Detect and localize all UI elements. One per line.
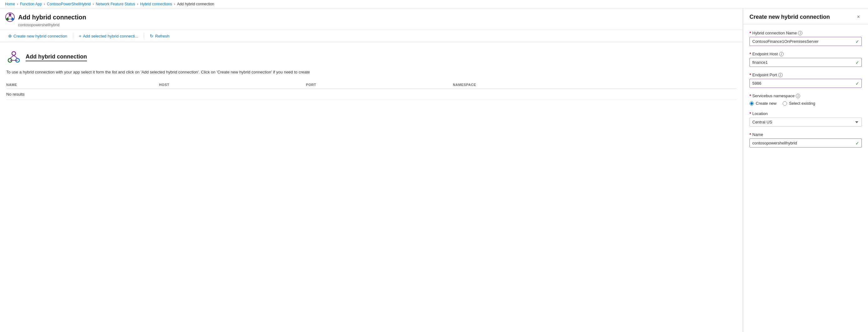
page-header: Add hybrid connection contosopowershellh… xyxy=(0,8,743,30)
no-results-text: No results xyxy=(6,88,736,100)
endpoint-host-info-icon[interactable]: i xyxy=(779,52,783,56)
add-selected-icon: + xyxy=(79,33,81,38)
servicebus-radio-group: Create new Select existing xyxy=(749,101,862,105)
endpoint-host-input-wrapper: ✓ xyxy=(749,58,862,67)
endpoint-port-input-wrapper: ✓ xyxy=(749,79,862,88)
col-namespace: NAMESPACE xyxy=(453,81,736,89)
breadcrumb: Home › Function App › ContosoPowerShellH… xyxy=(0,0,868,8)
col-port: PORT xyxy=(306,81,453,89)
breadcrumb-sep-1: › xyxy=(17,2,18,6)
svg-line-5 xyxy=(10,16,12,18)
col-name: NAME xyxy=(6,81,159,89)
breadcrumb-network-feature[interactable]: Network Feature Status xyxy=(96,2,135,6)
create-new-btn[interactable]: ⊕ Create new hybrid connection xyxy=(5,32,70,40)
svg-line-11 xyxy=(14,55,18,58)
required-star-2: * xyxy=(749,52,751,56)
content-icon xyxy=(6,50,21,65)
endpoint-port-input[interactable] xyxy=(749,79,862,88)
svg-point-1 xyxy=(9,13,11,16)
connection-name-input-wrapper: ✓ xyxy=(749,37,862,46)
add-selected-btn[interactable]: + Add selected hybrid connecti... xyxy=(76,32,141,40)
servicebus-create-new-label: Create new xyxy=(756,101,776,105)
name-input[interactable] xyxy=(749,139,862,148)
servicebus-create-new-radio[interactable] xyxy=(749,101,754,105)
function-app-icon xyxy=(5,12,15,22)
refresh-label: Refresh xyxy=(155,34,169,38)
table-header-row: NAME HOST PORT NAMESPACE xyxy=(6,81,736,89)
refresh-icon: ↻ xyxy=(150,33,154,38)
refresh-btn[interactable]: ↻ Refresh xyxy=(147,32,173,40)
page-title: Add hybrid connection xyxy=(18,14,86,21)
data-table: NAME HOST PORT NAMESPACE No results xyxy=(6,81,736,100)
svg-line-10 xyxy=(10,55,14,58)
location-group: * Location Central US East US West US No… xyxy=(749,111,862,127)
name-input-wrapper: ✓ xyxy=(749,139,862,148)
breadcrumb-sep-4: › xyxy=(137,2,138,6)
left-panel: Add hybrid connection contosopowershellh… xyxy=(0,8,743,332)
endpoint-port-group: * Endpoint Port i ✓ xyxy=(749,72,862,88)
breadcrumb-sep-5: › xyxy=(174,2,175,6)
panel-title: Create new hybrid connection xyxy=(749,14,830,20)
servicebus-select-existing-radio[interactable] xyxy=(783,101,787,105)
svg-point-7 xyxy=(12,52,16,55)
location-label: * Location xyxy=(749,111,862,116)
required-star-1: * xyxy=(749,31,751,35)
breadcrumb-sep-3: › xyxy=(93,2,94,6)
panel-body: * Hybrid connection Name i ✓ * Endpoint … xyxy=(743,24,868,154)
location-select[interactable]: Central US East US West US North Europe … xyxy=(749,118,862,127)
create-new-label: Create new hybrid connection xyxy=(13,34,67,38)
required-star-3: * xyxy=(749,72,751,77)
connection-name-input[interactable] xyxy=(749,37,862,46)
required-star-6: * xyxy=(749,132,751,137)
servicebus-select-existing-label: Select existing xyxy=(789,101,815,105)
servicebus-select-existing-option[interactable]: Select existing xyxy=(783,101,815,105)
required-star-5: * xyxy=(749,111,751,116)
endpoint-port-label: * Endpoint Port i xyxy=(749,72,862,77)
breadcrumb-contoso[interactable]: ContosoPowerShellHybrid xyxy=(47,2,91,6)
endpoint-port-info-icon[interactable]: i xyxy=(778,73,783,77)
name-group: * Name ✓ xyxy=(749,132,862,148)
breadcrumb-function-app[interactable]: Function App xyxy=(20,2,42,6)
toolbar-sep-2 xyxy=(144,33,144,39)
panel-header: Create new hybrid connection × xyxy=(743,8,868,24)
endpoint-host-group: * Endpoint Host i ✓ xyxy=(749,52,862,67)
toolbar: ⊕ Create new hybrid connection + Add sel… xyxy=(0,30,743,42)
endpoint-host-label: * Endpoint Host i xyxy=(749,52,862,56)
add-selected-label: Add selected hybrid connecti... xyxy=(83,34,138,38)
required-star-4: * xyxy=(749,93,751,98)
right-panel: Create new hybrid connection × * Hybrid … xyxy=(743,8,868,332)
content-header: Add hybrid connection xyxy=(6,50,736,65)
content-title: Add hybrid connection xyxy=(26,54,87,61)
content-area: Add hybrid connection To use a hybrid co… xyxy=(0,42,743,332)
close-panel-button[interactable]: × xyxy=(855,13,862,20)
servicebus-info-icon[interactable]: i xyxy=(796,94,800,98)
breadcrumb-home[interactable]: Home xyxy=(5,2,15,6)
breadcrumb-hybrid-connections[interactable]: Hybrid connections xyxy=(140,2,172,6)
servicebus-create-new-option[interactable]: Create new xyxy=(749,101,776,105)
servicebus-group: * Servicebus namespace i Create new Sele… xyxy=(749,93,862,105)
breadcrumb-sep-2: › xyxy=(44,2,45,6)
breadcrumb-current: Add hybrid connection xyxy=(177,2,214,6)
toolbar-sep-1 xyxy=(73,33,73,39)
name-label: * Name xyxy=(749,132,862,137)
svg-line-4 xyxy=(7,16,10,18)
col-host: HOST xyxy=(159,81,306,89)
table-empty-row: No results xyxy=(6,88,736,100)
connection-name-label: * Hybrid connection Name i xyxy=(749,31,862,35)
content-description: To use a hybrid connection with your app… xyxy=(6,69,736,76)
page-subtitle: contosopowershellhybrid xyxy=(18,23,738,27)
create-new-icon: ⊕ xyxy=(8,33,12,38)
connection-name-info-icon[interactable]: i xyxy=(798,31,802,35)
endpoint-host-input[interactable] xyxy=(749,58,862,67)
connection-name-group: * Hybrid connection Name i ✓ xyxy=(749,31,862,46)
servicebus-label: * Servicebus namespace i xyxy=(749,93,862,98)
